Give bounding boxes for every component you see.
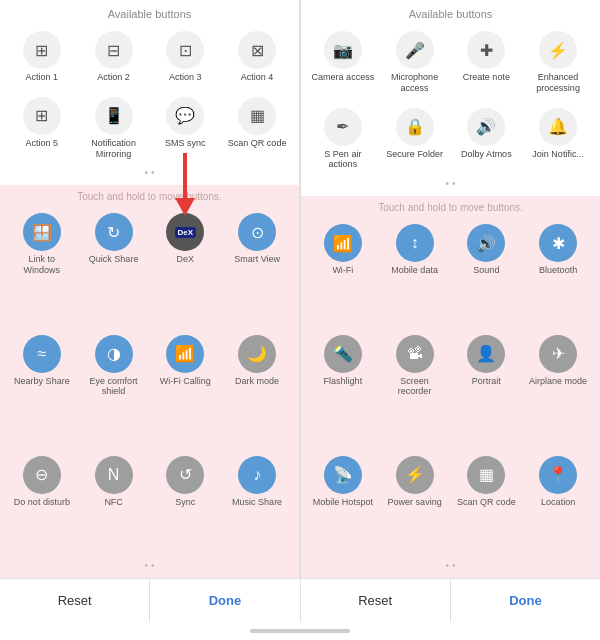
available-btn-label-7: Scan QR code	[228, 138, 287, 149]
available-btn-icon-1: ⊟	[95, 31, 133, 69]
active-btn-label-4: Flashlight	[324, 376, 363, 387]
available-btn-label-5: Secure Folder	[386, 149, 443, 160]
active-btn-9[interactable]: NNFC	[80, 451, 148, 557]
left-done-button[interactable]: Done	[150, 579, 299, 622]
active-btn-0[interactable]: 🪟Link to Windows	[8, 208, 76, 325]
active-btn-6[interactable]: 👤Portrait	[453, 330, 521, 447]
available-btn-label-2: Action 3	[169, 72, 202, 83]
available-btn-label-0: Action 1	[26, 72, 59, 83]
left-active-title: Touch and hold to move buttons.	[6, 191, 293, 202]
available-btn-icon-0: 📷	[324, 31, 362, 69]
active-btn-5[interactable]: 📽Screen recorder	[381, 330, 449, 447]
active-btn-7[interactable]: 🌙Dark mode	[223, 330, 291, 447]
available-btn-6[interactable]: 💬SMS sync	[152, 92, 220, 165]
active-btn-label-8: Do not disturb	[14, 497, 70, 508]
right-reset-button[interactable]: Reset	[301, 579, 451, 622]
available-btn-label-0: Camera access	[312, 72, 375, 83]
available-btn-label-6: Dolby Atmos	[461, 149, 512, 160]
home-bar-line	[250, 629, 350, 633]
active-btn-3[interactable]: ⊙Smart View	[223, 208, 291, 325]
right-panel: Available buttons 📷Camera access🎤Microph…	[301, 0, 600, 578]
active-btn-icon-10: ↺	[166, 456, 204, 494]
available-btn-4[interactable]: ⊞Action 5	[8, 92, 76, 165]
active-btn-7[interactable]: ✈Airplane mode	[524, 330, 592, 447]
active-btn-label-8: Mobile Hotspot	[313, 497, 373, 508]
available-btn-1[interactable]: 🎤Microphone access	[381, 26, 449, 99]
active-btn-icon-11: ♪	[238, 456, 276, 494]
active-btn-icon-2: 🔊	[467, 224, 505, 262]
right-footer: Reset Done	[301, 579, 601, 622]
active-btn-11[interactable]: ♪Music Share	[223, 451, 291, 557]
left-active-dots: • •	[6, 557, 293, 574]
active-btn-8[interactable]: 📡Mobile Hotspot	[309, 451, 377, 557]
available-btn-2[interactable]: ⊡Action 3	[152, 26, 220, 88]
available-btn-2[interactable]: ✚Create note	[453, 26, 521, 99]
active-btn-10[interactable]: ↺Sync	[152, 451, 220, 557]
available-btn-0[interactable]: ⊞Action 1	[8, 26, 76, 88]
active-btn-icon-0: 📶	[324, 224, 362, 262]
active-btn-5[interactable]: ◑Eye comfort shield	[80, 330, 148, 447]
active-btn-1[interactable]: ↕Mobile data	[381, 219, 449, 325]
active-btn-icon-8: 📡	[324, 456, 362, 494]
active-btn-2[interactable]: 🔊Sound	[453, 219, 521, 325]
active-btn-icon-3: ✱	[539, 224, 577, 262]
active-btn-icon-4: ≈	[23, 335, 61, 373]
footer: Reset Done Reset Done	[0, 578, 600, 622]
active-btn-label-2: Sound	[473, 265, 499, 276]
available-btn-7[interactable]: ▦Scan QR code	[223, 92, 291, 165]
active-btn-10[interactable]: ▦Scan QR code	[453, 451, 521, 557]
active-btn-4[interactable]: 🔦Flashlight	[309, 330, 377, 447]
active-btn-icon-0: 🪟	[23, 213, 61, 251]
available-btn-1[interactable]: ⊟Action 2	[80, 26, 148, 88]
active-btn-label-9: NFC	[104, 497, 123, 508]
right-active-section: Touch and hold to move buttons. 📶Wi-Fi↕M…	[301, 196, 600, 578]
active-btn-label-11: Music Share	[232, 497, 282, 508]
available-btn-label-2: Create note	[463, 72, 510, 83]
available-btn-5[interactable]: 🔒Secure Folder	[381, 103, 449, 176]
available-btn-4[interactable]: ✒S Pen air actions	[309, 103, 377, 176]
right-done-button[interactable]: Done	[451, 579, 600, 622]
available-btn-label-6: SMS sync	[165, 138, 206, 149]
active-btn-1[interactable]: ↻Quick Share	[80, 208, 148, 325]
active-btn-icon-1: ↻	[95, 213, 133, 251]
available-btn-label-7: Join Notific...	[532, 149, 584, 160]
available-btn-label-5: Notification Mirroring	[82, 138, 146, 160]
active-btn-0[interactable]: 📶Wi-Fi	[309, 219, 377, 325]
active-btn-icon-3: ⊙	[238, 213, 276, 251]
right-available-grid: 📷Camera access🎤Microphone access✚Create …	[307, 26, 594, 175]
active-btn-4[interactable]: ≈Nearby Share	[8, 330, 76, 447]
available-btn-5[interactable]: 📱Notification Mirroring	[80, 92, 148, 165]
available-btn-3[interactable]: ⚡Enhanced processing	[524, 26, 592, 99]
available-btn-3[interactable]: ⊠Action 4	[223, 26, 291, 88]
active-btn-icon-7: ✈	[539, 335, 577, 373]
available-btn-7[interactable]: 🔔Join Notific...	[524, 103, 592, 176]
available-btn-icon-2: ⊡	[166, 31, 204, 69]
active-btn-9[interactable]: ⚡Power saving	[381, 451, 449, 557]
active-btn-2[interactable]: DeXDeX	[152, 208, 220, 325]
available-btn-0[interactable]: 📷Camera access	[309, 26, 377, 99]
active-btn-3[interactable]: ✱Bluetooth	[524, 219, 592, 325]
active-btn-icon-10: ▦	[467, 456, 505, 494]
active-btn-label-5: Screen recorder	[383, 376, 447, 398]
right-active-title: Touch and hold to move buttons.	[307, 202, 594, 213]
available-btn-6[interactable]: 🔊Dolby Atmos	[453, 103, 521, 176]
available-btn-icon-1: 🎤	[396, 31, 434, 69]
active-btn-label-5: Eye comfort shield	[82, 376, 146, 398]
left-reset-button[interactable]: Reset	[0, 579, 150, 622]
available-btn-icon-4: ⊞	[23, 97, 61, 135]
active-btn-6[interactable]: 📶Wi-Fi Calling	[152, 330, 220, 447]
active-btn-icon-9: ⚡	[396, 456, 434, 494]
available-btn-label-4: S Pen air actions	[311, 149, 375, 171]
active-btn-8[interactable]: ⊖Do not disturb	[8, 451, 76, 557]
right-available-title: Available buttons	[307, 8, 594, 20]
active-btn-icon-7: 🌙	[238, 335, 276, 373]
active-btn-label-3: Smart View	[234, 254, 280, 265]
available-btn-label-3: Enhanced processing	[526, 72, 590, 94]
left-dots: • •	[6, 164, 293, 181]
active-btn-11[interactable]: 📍Location	[524, 451, 592, 557]
active-btn-icon-11: 📍	[539, 456, 577, 494]
left-active-grid: 🪟Link to Windows↻Quick ShareDeXDeX⊙Smart…	[6, 208, 293, 557]
active-btn-label-0: Link to Windows	[10, 254, 74, 276]
active-btn-label-1: Mobile data	[391, 265, 438, 276]
left-available-title: Available buttons	[6, 8, 293, 20]
